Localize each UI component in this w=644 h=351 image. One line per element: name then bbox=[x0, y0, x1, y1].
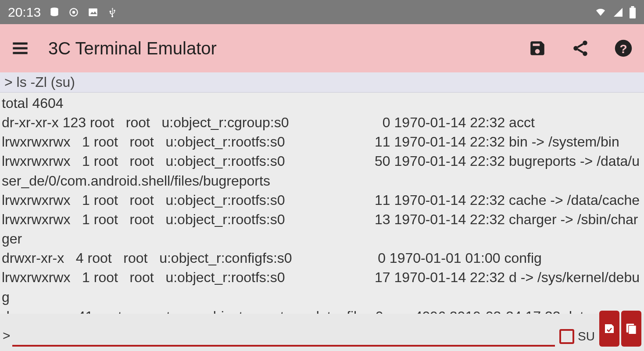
su-label: SU bbox=[578, 330, 595, 344]
svg-rect-6 bbox=[631, 6, 634, 8]
terminal-output[interactable]: total 4604dr-xr-xr-x 123 root root u:obj… bbox=[0, 93, 644, 314]
status-bar: 20:13 bbox=[0, 0, 644, 24]
output-line: lrwxrwxrwx 1 root root u:object_r:rootfs… bbox=[2, 151, 642, 190]
svg-rect-7 bbox=[13, 43, 27, 45]
save-button[interactable] bbox=[526, 37, 548, 59]
app-bar: 3C Terminal Emulator ? bbox=[0, 24, 644, 72]
svg-rect-8 bbox=[13, 47, 27, 50]
su-checkbox[interactable]: SU bbox=[559, 329, 595, 347]
command-input-wrap bbox=[12, 328, 555, 347]
save-icon bbox=[528, 39, 547, 57]
svg-rect-5 bbox=[630, 7, 636, 18]
svg-point-2 bbox=[73, 11, 75, 13]
svg-rect-3 bbox=[89, 8, 97, 16]
scripts-icon bbox=[625, 322, 638, 335]
output-line: lrwxrwxrwx 1 root root u:object_r:rootfs… bbox=[2, 190, 642, 210]
input-row: > SU bbox=[0, 311, 644, 347]
target-icon bbox=[68, 7, 79, 18]
usb-icon bbox=[107, 7, 118, 18]
svg-point-12 bbox=[583, 51, 587, 56]
output-line: lrwxrwxrwx 1 root root u:object_r:rootfs… bbox=[2, 132, 642, 151]
hamburger-icon bbox=[11, 39, 29, 57]
app-title: 3C Terminal Emulator bbox=[48, 39, 509, 58]
command-header: > ls -Zl (su) bbox=[0, 72, 644, 93]
output-line: dr-xr-xr-x 123 root root u:object_r:cgro… bbox=[2, 113, 642, 132]
share-icon bbox=[571, 39, 590, 57]
command-input[interactable] bbox=[12, 328, 555, 343]
menu-button[interactable] bbox=[10, 38, 31, 59]
share-button[interactable] bbox=[569, 37, 591, 59]
script-run-icon bbox=[603, 322, 616, 335]
run-script-button[interactable] bbox=[599, 311, 619, 347]
scripts-button[interactable] bbox=[621, 311, 641, 347]
wifi-icon bbox=[594, 7, 607, 18]
signal-icon bbox=[612, 7, 624, 18]
help-button[interactable]: ? bbox=[612, 37, 634, 59]
output-line: total 4604 bbox=[2, 93, 642, 113]
image-icon bbox=[87, 7, 99, 18]
output-line: lrwxrwxrwx 1 root root u:object_r:rootfs… bbox=[2, 210, 642, 248]
help-icon: ? bbox=[614, 39, 633, 57]
svg-rect-9 bbox=[13, 52, 27, 54]
prompt-sign: > bbox=[3, 328, 11, 347]
output-line: drwxr-xr-x 4 root root u:object_r:config… bbox=[2, 248, 642, 268]
svg-rect-16 bbox=[629, 326, 637, 334]
database-icon bbox=[49, 7, 60, 18]
svg-point-10 bbox=[583, 41, 587, 46]
svg-text:?: ? bbox=[619, 42, 627, 56]
battery-icon bbox=[629, 6, 636, 18]
checkbox-icon bbox=[559, 329, 574, 344]
status-time: 20:13 bbox=[8, 5, 41, 20]
svg-point-11 bbox=[573, 46, 578, 51]
output-line: lrwxrwxrwx 1 root root u:object_r:rootfs… bbox=[2, 268, 642, 306]
